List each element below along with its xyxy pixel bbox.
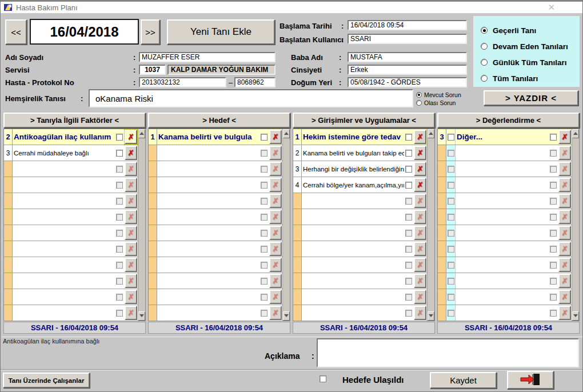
delete-row-button[interactable]: ✗ — [269, 130, 282, 144]
patient-no-input[interactable] — [139, 77, 226, 87]
patient-name-input[interactable] — [139, 52, 275, 62]
row-checkbox[interactable] — [405, 182, 412, 189]
delete-row-button[interactable]: ✗ — [414, 162, 426, 176]
radio-icon[interactable] — [481, 75, 488, 82]
exit-button[interactable] — [507, 371, 554, 389]
care-row: ✗ — [4, 177, 138, 193]
care-row[interactable]: 3Cerrahi müdahaleye bağlı✗ — [4, 145, 138, 161]
close-icon[interactable]: ✕ — [548, 2, 555, 13]
prev-date-button[interactable]: << — [5, 19, 27, 45]
care-row[interactable]: 1Kanama belirti ve bulgula✗ — [149, 129, 282, 145]
gender-input[interactable] — [348, 65, 467, 75]
gender-label: Cinsiyeti — [291, 66, 322, 74]
radio-icon[interactable] — [481, 43, 488, 50]
colon: : — [81, 94, 83, 103]
scroll-up-icon[interactable] — [138, 129, 145, 138]
row-checkbox[interactable] — [116, 134, 123, 141]
row-checkbox-cell — [446, 177, 456, 193]
save-button[interactable]: Kaydet — [430, 372, 497, 389]
delete-icon: ✗ — [128, 261, 134, 269]
delete-row-button[interactable]: ✗ — [125, 130, 137, 144]
filter-option-gecerli-tani[interactable]: Geçerli Tanı — [481, 22, 579, 38]
radio-icon[interactable] — [481, 59, 488, 66]
print-button[interactable]: > YAZDIR < — [484, 90, 578, 106]
filter-option-tum[interactable]: Tüm Tanıları — [481, 70, 579, 86]
care-row[interactable]: 2Antikoagülan ilaç kullanım✗ — [4, 129, 138, 145]
row-checkbox[interactable] — [116, 150, 123, 157]
scroll-down-icon[interactable] — [572, 311, 579, 321]
row-checkbox[interactable] — [405, 166, 412, 173]
father-input[interactable] — [348, 52, 467, 62]
care-row[interactable]: 2Kanama belirti ve bulguları takip edili… — [293, 145, 427, 161]
hasta-bakim-plani-window: Hasta Bakım Planı ✕ << 16/04/2018 >> Yen… — [0, 0, 583, 392]
next-date-button[interactable]: >> — [141, 19, 160, 45]
care-row: ✗ — [293, 273, 427, 289]
row-checkbox-left[interactable] — [448, 134, 454, 141]
delete-row-button: ✗ — [414, 242, 426, 256]
radio-icon[interactable] — [481, 27, 488, 34]
care-row[interactable]: 3Diğer...✗ — [438, 129, 572, 145]
row-checkbox-cell — [549, 129, 558, 145]
delete-row-button: ✗ — [414, 290, 426, 304]
care-row[interactable]: 3Herhangi bir değişiklik belirlendiğinde… — [293, 161, 427, 177]
row-text[interactable]: Kanama belirti ve bulgula — [157, 129, 259, 145]
birthplace-input[interactable] — [348, 77, 467, 87]
care-row[interactable]: 4Cerrahi bölge/yer kanam,açılma,yırtılma… — [293, 177, 427, 193]
start-user-input[interactable] — [348, 34, 467, 44]
row-text[interactable]: Hekim istemine göre tedav — [302, 129, 404, 145]
row-text[interactable]: Antikoagülan ilaç kullanım — [13, 129, 115, 145]
row-text[interactable]: Diğer... — [456, 129, 549, 145]
delete-row-button[interactable]: ✗ — [125, 146, 137, 160]
scrollbar[interactable] — [427, 129, 434, 321]
scroll-down-icon[interactable] — [138, 311, 145, 321]
new-diagnosis-button[interactable]: Yeni Tanı Ekle — [167, 19, 275, 45]
scrollbar[interactable] — [572, 129, 579, 321]
row-checkbox — [261, 230, 267, 237]
nursing-diagnosis-input[interactable] — [89, 89, 413, 107]
scroll-down-icon[interactable] — [428, 311, 434, 321]
column-header-button[interactable]: > Hedef < — [148, 113, 290, 128]
scrollbar[interactable] — [138, 129, 145, 321]
row-text[interactable]: Cerrahi bölge/yer kanam,açılma,yırtılma — [302, 177, 404, 193]
row-checkbox[interactable] — [405, 134, 412, 141]
filter-option-gunluk-tum[interactable]: Günlük Tüm Tanıları — [481, 54, 579, 70]
problem-option-olasi[interactable]: Olası Sorun — [416, 99, 472, 106]
goal-reached-checkbox[interactable] — [320, 375, 326, 382]
delete-row-button: ✗ — [269, 290, 282, 304]
row-checkbox — [116, 230, 123, 237]
row-text[interactable]: Herhangi bir değişiklik belirlendiğinde … — [302, 161, 404, 177]
column-header-button[interactable]: > Girişimler ve Uygulamalar < — [293, 113, 435, 128]
row-checkbox-cell — [259, 177, 269, 193]
scrollbar[interactable] — [282, 129, 290, 321]
care-row: ✗ — [4, 273, 138, 289]
start-date-input[interactable] — [348, 20, 467, 30]
row-text — [456, 241, 549, 257]
row-checkbox — [261, 310, 267, 317]
row-checkbox[interactable] — [405, 150, 412, 157]
delete-row-button: ✗ — [558, 226, 571, 240]
radio-icon[interactable] — [416, 100, 422, 106]
diagnosis-workers-button[interactable]: Tanı Üzerinde Çalışanlar — [3, 373, 90, 388]
scroll-up-icon[interactable] — [428, 129, 434, 138]
problem-option-mevcut[interactable]: Mevcut Sorun — [416, 91, 472, 98]
row-checkbox[interactable] — [550, 134, 557, 141]
care-row[interactable]: 1Hekim istemine göre tedav✗ — [293, 129, 427, 145]
scroll-up-icon[interactable] — [283, 129, 290, 138]
delete-row-button[interactable]: ✗ — [414, 178, 426, 192]
explanation-textarea[interactable] — [317, 338, 579, 367]
row-text[interactable]: Kanama belirti ve bulguları takip edilir… — [302, 145, 404, 161]
delete-row-button[interactable]: ✗ — [558, 130, 571, 144]
nursing-diagnosis-label: Hemşirelik Tanısı — [5, 94, 66, 103]
protocol-no-input[interactable] — [234, 77, 275, 87]
row-text[interactable]: Cerrahi müdahaleye bağlı — [13, 145, 115, 161]
column-header-button[interactable]: > Değerlendirme < — [437, 113, 580, 128]
radio-icon[interactable] — [416, 92, 422, 98]
delete-row-button[interactable]: ✗ — [414, 130, 426, 144]
delete-row-button[interactable]: ✗ — [414, 146, 426, 160]
scroll-up-icon[interactable] — [572, 129, 579, 138]
scroll-down-icon[interactable] — [283, 311, 290, 321]
filter-option-devam-eden[interactable]: Devam Eden Tanıları — [481, 38, 579, 54]
delete-row-button: ✗ — [414, 226, 426, 240]
row-checkbox[interactable] — [261, 134, 267, 141]
column-header-button[interactable]: > Tanıyla İlgili Faktörler < — [3, 113, 146, 128]
